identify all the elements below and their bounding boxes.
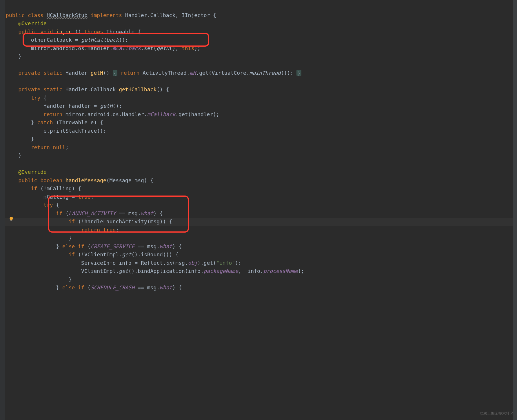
method-call: .get(handler);	[175, 111, 219, 117]
method-call: get	[119, 268, 128, 274]
constant: LAUNCH_ACTIVITY	[69, 210, 116, 216]
constant: CREATE_SERVICE	[91, 243, 135, 249]
keyword: static	[43, 86, 62, 92]
constant: SCHEDULE_CRASH	[91, 284, 135, 291]
keyword: class	[28, 12, 43, 18]
method-call: handleLaunchActivity	[84, 218, 147, 224]
var-decl: ServiceInfo info = Reflect.	[81, 260, 166, 266]
method-call: .set(	[141, 45, 156, 51]
svg-rect-1	[11, 221, 12, 221]
text: , info.	[238, 268, 263, 274]
method-call: .get(	[201, 260, 216, 266]
field: what	[160, 284, 172, 291]
keyword: boolean	[40, 177, 62, 183]
type: Throwable	[106, 29, 135, 35]
expr: msg.	[147, 243, 160, 249]
type: VClientImpl.	[81, 268, 119, 274]
method-call: .isBound()) {	[138, 251, 179, 258]
param: Message msg	[110, 177, 144, 183]
keyword: return	[31, 144, 50, 150]
field: mCallback	[112, 45, 141, 51]
method-call: .get(	[196, 70, 212, 76]
args: (msg)) {	[147, 218, 172, 224]
class-name: HCallbackStub	[47, 12, 88, 18]
package: mirror.android.os.Handler.	[65, 111, 147, 117]
field: mH	[190, 70, 196, 76]
keyword: public	[6, 12, 25, 18]
method-call: get	[122, 251, 132, 258]
keyword: if	[31, 185, 37, 191]
gutter	[0, 0, 5, 420]
field: obj	[188, 260, 198, 266]
method-call: .bindApplication(info.	[134, 268, 203, 274]
string: "info"	[216, 260, 235, 266]
type: Handler.Callback	[125, 12, 175, 18]
fold-marker[interactable]: {	[113, 70, 118, 76]
keyword: if	[69, 218, 75, 224]
keyword: public	[18, 177, 37, 183]
keyword: true	[103, 227, 116, 233]
method-name: getH	[91, 70, 103, 76]
keyword: return	[121, 70, 139, 76]
condition: (!mCalling) {	[40, 185, 81, 191]
package: mirror.android.os.Handler.	[31, 45, 113, 51]
keyword: else	[62, 284, 75, 291]
keyword: catch	[37, 119, 53, 125]
type: Handler.Callback	[65, 86, 116, 92]
keyword: true	[78, 194, 90, 200]
keyword: this	[182, 45, 194, 51]
keyword: try	[43, 202, 53, 208]
args: (msg.	[172, 260, 188, 266]
method-call: getH	[100, 103, 112, 109]
keyword: return	[43, 111, 62, 117]
type: IInjector	[182, 12, 210, 18]
operator: ==	[134, 243, 147, 249]
method-call: mainThread	[250, 70, 281, 76]
lightbulb-icon[interactable]	[9, 216, 14, 221]
fold-marker[interactable]: }	[296, 70, 301, 76]
param: Throwable e	[59, 119, 94, 125]
method-call: on	[166, 260, 172, 266]
field: mCalling	[43, 194, 69, 200]
keyword: if	[56, 210, 62, 216]
right-rail[interactable]	[513, 0, 517, 420]
annotation: @Override	[18, 20, 47, 26]
field: mCallback	[147, 111, 176, 117]
type: VClientImpl.	[84, 251, 122, 258]
keyword: else	[62, 243, 75, 249]
method-call: getH	[156, 45, 169, 51]
field: what	[160, 243, 172, 249]
field: otherCallback	[31, 37, 72, 43]
operator: =	[72, 37, 81, 43]
operator: ==	[116, 210, 128, 216]
statement: e.printStackTrace();	[43, 128, 106, 134]
method-name: handleMessage	[65, 177, 106, 183]
field: processName	[263, 268, 298, 274]
keyword: static	[43, 70, 62, 76]
keyword: void	[40, 29, 53, 35]
keyword: private	[18, 70, 40, 76]
field: packageName	[204, 268, 238, 274]
operator: ==	[134, 284, 147, 291]
field: what	[141, 210, 153, 216]
method-name: inject	[56, 29, 75, 35]
keyword: if	[69, 251, 75, 258]
annotation: @Override	[18, 169, 47, 175]
type: ActivityThread.	[143, 70, 190, 76]
keyword: try	[31, 95, 41, 101]
keyword: private	[18, 86, 40, 92]
keyword: implements	[91, 12, 122, 18]
keyword: return	[81, 227, 100, 233]
expr: msg.	[147, 284, 160, 291]
watermark: @稀土掘金技术社区	[480, 410, 514, 418]
method-call: getHCallback	[81, 37, 119, 43]
code-editor[interactable]: public class HCallbackStub implements Ha…	[0, 0, 517, 295]
keyword: null	[53, 144, 65, 150]
svg-rect-0	[10, 220, 12, 221]
keyword: if	[78, 284, 84, 291]
var-decl: Handler handler =	[43, 103, 100, 109]
keyword: public	[18, 29, 37, 35]
type: Handler	[65, 70, 88, 76]
type: VirtualCore.	[212, 70, 250, 76]
keyword: if	[78, 243, 84, 249]
